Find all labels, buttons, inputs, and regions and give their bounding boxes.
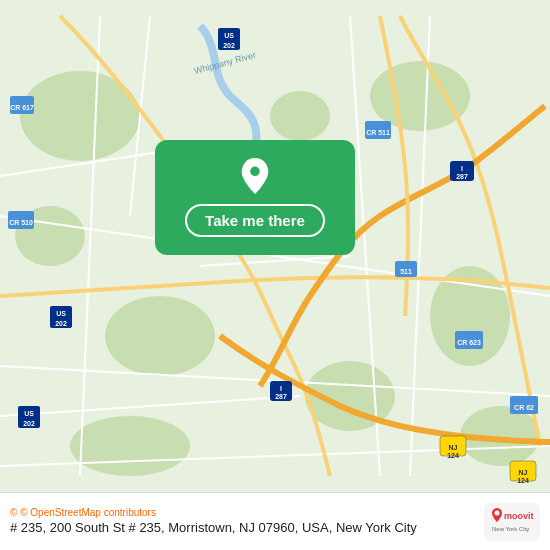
take-me-there-button[interactable]: Take me there bbox=[185, 204, 325, 237]
svg-text:124: 124 bbox=[447, 452, 459, 459]
svg-text:CR 617: CR 617 bbox=[10, 104, 34, 111]
svg-text:CR 510: CR 510 bbox=[9, 219, 33, 226]
svg-text:CR 511: CR 511 bbox=[366, 129, 390, 136]
svg-text:US: US bbox=[24, 410, 34, 417]
bottom-bar: © © OpenStreetMap contributors # 235, 20… bbox=[0, 492, 550, 550]
svg-text:US: US bbox=[56, 310, 66, 317]
svg-text:NJ: NJ bbox=[449, 444, 458, 451]
svg-text:287: 287 bbox=[456, 173, 468, 180]
svg-point-2 bbox=[105, 296, 215, 376]
svg-text:287: 287 bbox=[275, 393, 287, 400]
openstreetmap-icon: © bbox=[10, 507, 17, 518]
attribution-text: © © OpenStreetMap contributors bbox=[10, 507, 476, 518]
svg-text:moovit: moovit bbox=[504, 511, 534, 521]
svg-point-54 bbox=[250, 167, 260, 177]
location-pin-icon bbox=[239, 158, 271, 196]
svg-point-7 bbox=[70, 416, 190, 476]
svg-point-3 bbox=[370, 61, 470, 131]
svg-text:CR 62: CR 62 bbox=[514, 404, 534, 411]
take-me-there-card: Take me there bbox=[155, 140, 355, 255]
address-text: # 235, 200 South St # 235, Morristown, N… bbox=[10, 520, 476, 537]
moovit-logo-icon: moovit New York City bbox=[484, 503, 540, 541]
svg-text:511: 511 bbox=[400, 268, 412, 275]
svg-text:US: US bbox=[224, 32, 234, 39]
attribution-address: © © OpenStreetMap contributors # 235, 20… bbox=[10, 507, 476, 537]
svg-rect-55 bbox=[484, 503, 540, 541]
svg-text:202: 202 bbox=[23, 420, 35, 427]
svg-text:202: 202 bbox=[223, 42, 235, 49]
svg-text:NJ: NJ bbox=[519, 469, 528, 476]
map-area: US 202 US 202 US 202 CR 617 CR 510 CR 51… bbox=[0, 0, 550, 492]
svg-text:New York City: New York City bbox=[492, 526, 529, 532]
attribution-label: © OpenStreetMap contributors bbox=[20, 507, 156, 518]
svg-text:I: I bbox=[461, 165, 463, 172]
app-container: US 202 US 202 US 202 CR 617 CR 510 CR 51… bbox=[0, 0, 550, 550]
svg-text:124: 124 bbox=[517, 477, 529, 484]
svg-point-9 bbox=[270, 91, 330, 141]
svg-text:I: I bbox=[280, 385, 282, 392]
svg-text:202: 202 bbox=[55, 320, 67, 327]
moovit-logo: moovit New York City bbox=[484, 503, 540, 541]
svg-point-56 bbox=[495, 510, 500, 515]
svg-text:CR 623: CR 623 bbox=[457, 339, 481, 346]
